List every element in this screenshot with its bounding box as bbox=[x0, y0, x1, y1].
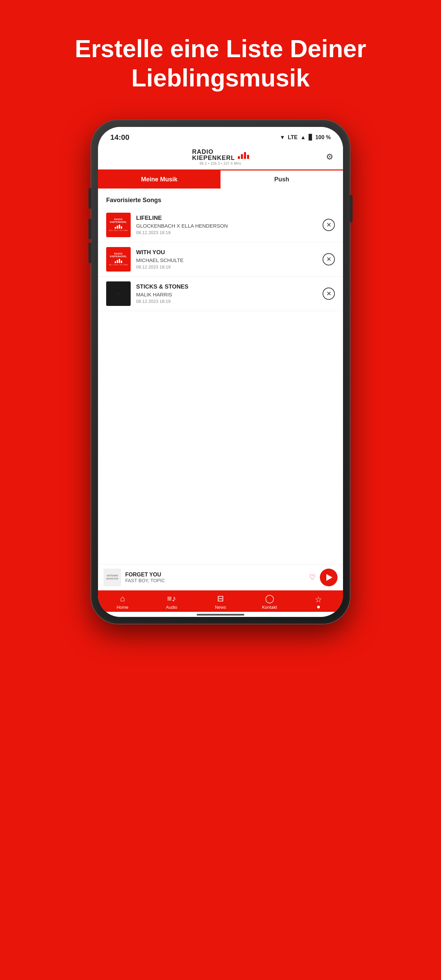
home-indicator bbox=[197, 614, 244, 616]
song-item-2: RADIOKIEPENKERL 88.2 • 106.3 • 107.4 MHz bbox=[98, 242, 343, 277]
song-date-1: 08.12.2023 18:19 bbox=[136, 230, 317, 235]
tbar4 bbox=[121, 226, 122, 229]
song-artist-3: MALIK HARRIS bbox=[136, 292, 317, 298]
now-playing-info: FORGET YOU FAST BOY, TOPIC bbox=[125, 572, 305, 583]
app-header: RADIO KIEPENKERL 88.2 • 106.3 • 107.4 MH… bbox=[98, 145, 343, 169]
phone-screen: 14:00 ▼ LTE ▲ ▊ 100 % RADIO KIEPENKERL bbox=[98, 127, 343, 617]
bar4 bbox=[247, 155, 249, 159]
logo-word2: KIEPENKERL bbox=[192, 155, 235, 161]
status-icons: ▼ LTE ▲ ▊ 100 % bbox=[280, 134, 331, 140]
tbar5 bbox=[115, 261, 116, 263]
song-thumb-overlay-3: ♪ bbox=[118, 292, 119, 295]
nav-label-home: Home bbox=[117, 605, 129, 610]
remove-button-1[interactable]: ✕ bbox=[323, 219, 335, 231]
status-time: 14:00 bbox=[110, 133, 129, 142]
now-playing-artist: FAST BOY, TOPIC bbox=[125, 578, 305, 583]
nav-item-home[interactable]: ⌂ Home bbox=[98, 594, 147, 610]
tab-push[interactable]: Push bbox=[221, 170, 343, 189]
bottom-nav: ⌂ Home ≡♪ Audio ⊟ News ◯ Kontakt ☆ bbox=[98, 590, 343, 612]
tabs-container: Meine Musik Push bbox=[98, 170, 343, 189]
song-artist-1: GLOCKENBACH X ELLA HENDERSON bbox=[136, 223, 317, 229]
song-artist-2: MICHAEL SCHULTE bbox=[136, 257, 317, 263]
song-date-2: 08.12.2023 18:19 bbox=[136, 264, 317, 269]
song-thumb-2: RADIOKIEPENKERL 88.2 • 106.3 • 107.4 MHz bbox=[106, 247, 131, 272]
page-headline: Erstelle eine Liste Deiner Lieblingsmusi… bbox=[48, 34, 393, 93]
song-title-3: STICKS & STONES bbox=[136, 283, 317, 290]
battery-percent: 100 % bbox=[315, 134, 331, 140]
phone-mockup: 14:00 ▼ LTE ▲ ▊ 100 % RADIO KIEPENKERL bbox=[91, 120, 350, 624]
play-button[interactable] bbox=[320, 569, 338, 586]
song-thumb-3: ♪ bbox=[106, 282, 131, 306]
song-item-1: RADIOKIEPENKERL 88.2 • 106.3 • 107.4 MHz bbox=[98, 208, 343, 242]
logo-bars-icon bbox=[238, 151, 249, 159]
news-icon: ⊟ bbox=[217, 594, 224, 603]
favorites-icon: ☆ bbox=[315, 595, 322, 605]
tbar7 bbox=[119, 259, 120, 263]
song-item-3: ♪ STICKS & STONES MALIK HARRIS 08.12.202… bbox=[98, 277, 343, 311]
song-title-2: WITH YOU bbox=[136, 249, 317, 256]
tab-meine-musik[interactable]: Meine Musik bbox=[98, 170, 221, 189]
nav-dot-favorites bbox=[317, 606, 320, 608]
nav-item-favorites[interactable]: ☆ bbox=[294, 595, 343, 608]
now-playing-thumb-text: ANTENNE MONSTER bbox=[103, 574, 121, 580]
tbar3 bbox=[119, 224, 120, 229]
logo-text-group: RADIO KIEPENKERL bbox=[192, 149, 249, 161]
song-info-1: LIFELINE GLOCKENBACH X ELLA HENDERSON 08… bbox=[136, 215, 317, 235]
bar3 bbox=[244, 152, 246, 159]
song-list: RADIOKIEPENKERL 88.2 • 106.3 • 107.4 MHz bbox=[98, 208, 343, 564]
app-logo: RADIO KIEPENKERL 88.2 • 106.3 • 107.4 MH… bbox=[192, 149, 249, 165]
nav-label-kontakt: Kontakt bbox=[262, 605, 277, 610]
logo-subtext: 88.2 • 106.3 • 107.4 MHz bbox=[200, 162, 242, 165]
heart-button[interactable]: ♡ bbox=[309, 573, 316, 582]
nav-label-audio: Audio bbox=[166, 605, 177, 610]
signal-lte: LTE bbox=[288, 134, 298, 140]
nav-item-audio[interactable]: ≡♪ Audio bbox=[147, 594, 196, 610]
play-icon bbox=[326, 574, 333, 581]
tbar8 bbox=[121, 261, 122, 263]
settings-button[interactable]: ⚙ bbox=[326, 152, 333, 162]
now-playing-bar: ANTENNE MONSTER FORGET YOU FAST BOY, TOP… bbox=[98, 564, 343, 590]
song-thumb-1: RADIOKIEPENKERL 88.2 • 106.3 • 107.4 MHz bbox=[106, 213, 131, 237]
tbar6 bbox=[117, 260, 118, 263]
song-info-3: STICKS & STONES MALIK HARRIS 08.12.2023 … bbox=[136, 283, 317, 304]
wifi-icon: ▼ bbox=[280, 134, 285, 140]
audio-icon: ≡♪ bbox=[167, 594, 176, 603]
thumb-subtext-1: 88.2 • 106.3 • 107.4 MHz bbox=[109, 229, 127, 231]
thumb-bars-2 bbox=[115, 258, 122, 263]
remove-button-2[interactable]: ✕ bbox=[323, 253, 335, 266]
bar1 bbox=[238, 156, 240, 159]
nav-label-news: News bbox=[215, 605, 226, 610]
thumb-logo-text-1: RADIOKIEPENKERL bbox=[110, 218, 127, 223]
bar2 bbox=[241, 154, 243, 159]
song-title-1: LIFELINE bbox=[136, 215, 317, 221]
thumb-subtext-2: 88.2 • 106.3 • 107.4 MHz bbox=[109, 264, 127, 266]
song-info-2: WITH YOU MICHAEL SCHULTE 08.12.2023 18:1… bbox=[136, 249, 317, 269]
home-icon: ⌂ bbox=[120, 594, 125, 603]
remove-button-3[interactable]: ✕ bbox=[323, 288, 335, 300]
thumb-logo-text-2: RADIOKIEPENKERL bbox=[110, 253, 127, 258]
section-title: Favorisierte Songs bbox=[98, 189, 343, 208]
battery-icon: ▊ bbox=[309, 134, 313, 140]
now-playing-title: FORGET YOU bbox=[125, 572, 305, 578]
nav-item-news[interactable]: ⊟ News bbox=[196, 594, 245, 610]
content-area: Favorisierte Songs RADIOKIEPENKERL bbox=[98, 189, 343, 564]
status-bar: 14:00 ▼ LTE ▲ ▊ 100 % bbox=[98, 127, 343, 145]
logo-word1: RADIO bbox=[192, 149, 235, 155]
now-playing-thumb: ANTENNE MONSTER bbox=[103, 569, 121, 586]
song-date-3: 08.12.2023 18:19 bbox=[136, 299, 317, 304]
kontakt-icon: ◯ bbox=[265, 594, 274, 603]
tbar1 bbox=[115, 227, 116, 229]
tbar2 bbox=[117, 226, 118, 229]
thumb-bars-1 bbox=[115, 224, 122, 229]
nav-item-kontakt[interactable]: ◯ Kontakt bbox=[245, 594, 294, 610]
signal-bars-icon: ▲ bbox=[301, 134, 306, 140]
phone-shell: 14:00 ▼ LTE ▲ ▊ 100 % RADIO KIEPENKERL bbox=[91, 120, 350, 624]
